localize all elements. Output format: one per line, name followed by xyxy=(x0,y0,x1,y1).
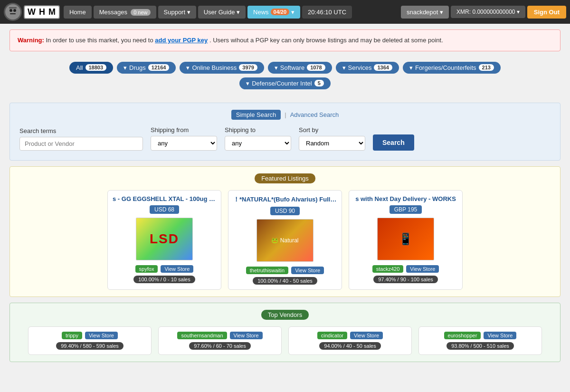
svg-point-2 xyxy=(13,9,16,12)
search-tabs: Simple Search | Advanced Search xyxy=(19,110,551,120)
cat-drugs-button[interactable]: ▾ Drugs 12164 xyxy=(117,62,176,74)
user-guide-button[interactable]: User Guide ▾ xyxy=(198,6,246,19)
logo-area: W H M xyxy=(4,3,60,21)
bufo-image: 🐸 Natural xyxy=(257,219,313,262)
advanced-search-tab[interactable]: Advanced Search xyxy=(290,111,339,118)
simple-search-tab[interactable]: Simple Search xyxy=(231,110,281,120)
support-button[interactable]: Support ▾ xyxy=(158,6,196,19)
vendor-row: thetruthiswaitin View Store xyxy=(233,267,337,274)
logo-text: W H M xyxy=(24,5,60,19)
listing-image: 🐸 Natural xyxy=(256,219,314,262)
cat-forgeries-button[interactable]: ▾ Forgeries/Counterfeits 213 xyxy=(403,62,501,74)
cat-services-button[interactable]: ▾ Services 1364 xyxy=(336,62,399,74)
warning-text: Warning: xyxy=(18,37,44,44)
search-input[interactable] xyxy=(19,137,143,151)
search-fields: Search terms Shipping from any Shipping … xyxy=(19,126,551,151)
vendor-row: stackz420 View Store xyxy=(354,265,457,273)
view-store-button[interactable]: View Store xyxy=(406,265,439,273)
shipping-from-group: Shipping from any xyxy=(151,126,217,151)
warning-banner: Warning: In order to use this market, yo… xyxy=(10,29,560,51)
svg-rect-4 xyxy=(9,7,17,9)
vendor-name: trippy xyxy=(62,332,82,339)
vendor-name: thetruthiswaitin xyxy=(246,267,288,274)
search-section: Simple Search | Advanced Search Search t… xyxy=(10,103,560,161)
vendor-name: southernsandman xyxy=(177,332,227,339)
vendor-stats: 99.40% / 580 - 590 sales xyxy=(56,342,124,350)
vendor-stats: 93.80% / 500 - 510 sales xyxy=(446,342,514,350)
signout-button[interactable]: Sign Out xyxy=(527,6,566,19)
listing-price: USD 68 xyxy=(150,205,179,214)
shipping-from-select[interactable]: any xyxy=(151,136,217,151)
warning-suffix: . Users wihout a PGP key can only browse… xyxy=(209,37,443,44)
view-store-button[interactable]: View Store xyxy=(291,267,324,274)
shipping-to-select[interactable]: any xyxy=(225,136,291,151)
view-store-button[interactable]: View Store xyxy=(161,265,193,273)
logo-icon xyxy=(4,3,22,21)
top-vendors-section: Top Vendors trippy View Store 99.40% / 5… xyxy=(10,303,560,362)
view-store-button[interactable]: View Store xyxy=(350,332,383,339)
news-button[interactable]: News 04/20 ▾ xyxy=(247,6,300,19)
messages-button[interactable]: Messages 0 new xyxy=(94,6,156,19)
listing-stats: 100.00% / 0 - 10 sales xyxy=(133,276,195,283)
category-row-1: All 18803 ▾ Drugs 12164 ▾ Online Busines… xyxy=(10,62,560,74)
sort-by-label: Sort by xyxy=(299,126,365,134)
listing-price: GBP 195 xyxy=(390,205,422,214)
vendor-card: cindicator View Store 94.00% / 40 - 50 s… xyxy=(288,326,412,355)
user-menu-button[interactable]: snackdepot ▾ xyxy=(401,6,449,19)
svg-rect-3 xyxy=(10,13,16,14)
listing-stats: 97.40% / 90 - 100 sales xyxy=(373,276,438,283)
vendors-row: trippy View Store 99.40% / 580 - 590 sal… xyxy=(17,326,553,355)
vendors-title-row: Top Vendors xyxy=(17,310,553,320)
featured-title-row: Featured Listings xyxy=(17,173,553,183)
view-store-button[interactable]: View Store xyxy=(230,332,263,339)
vendor-card: trippy View Store 99.40% / 580 - 590 sal… xyxy=(28,326,152,355)
listing-title: ！*NATURAL*(Bufo Alvarius) Full sp xyxy=(233,195,337,204)
time-display: 20:46:10 UTC xyxy=(302,6,352,19)
pgp-key-link[interactable]: add your PGP key xyxy=(155,37,208,44)
view-store-button[interactable]: View Store xyxy=(85,332,118,339)
listing-image: 📱 xyxy=(377,218,434,260)
listing-title: s - GG EGGSHELL XTAL - 100ug Do xyxy=(113,195,216,202)
search-button[interactable]: Search xyxy=(373,134,414,151)
cat-defense-button[interactable]: ▾ Defense/Counter Intel 5 xyxy=(239,77,331,89)
home-button[interactable]: Home xyxy=(64,6,92,19)
listing-card: s - GG EGGSHELL XTAL - 100ug Do USD 68 L… xyxy=(107,190,221,290)
shipping-to-group: Shipping to any xyxy=(225,126,291,151)
view-store-button[interactable]: View Store xyxy=(484,332,516,339)
search-terms-group: Search terms xyxy=(19,127,143,151)
shipping-to-label: Shipping to xyxy=(225,126,291,134)
cat-all-button[interactable]: All 18803 xyxy=(69,62,113,74)
phone-image: 📱 xyxy=(378,218,434,260)
lsd-image: LSD xyxy=(136,218,192,260)
cat-software-button[interactable]: ▾ Software 1078 xyxy=(268,62,332,74)
sort-select[interactable]: Random xyxy=(299,136,365,151)
featured-badge: Featured Listings xyxy=(255,173,315,183)
shipping-from-label: Shipping from xyxy=(151,126,217,134)
svg-point-0 xyxy=(5,4,20,19)
cat-online-business-button[interactable]: ▾ Online Business 3979 xyxy=(180,62,264,74)
xmr-button[interactable]: XMR: 0.000000000000 ▾ xyxy=(451,6,525,18)
vendor-name-row: trippy View Store xyxy=(35,332,144,339)
listing-card: ！*NATURAL*(Bufo Alvarius) Full sp USD 90… xyxy=(228,190,342,290)
category-section: All 18803 ▾ Drugs 12164 ▾ Online Busines… xyxy=(0,57,570,98)
vendor-card: euroshopper View Store 93.80% / 500 - 51… xyxy=(418,326,542,355)
listings-row: s - GG EGGSHELL XTAL - 100ug Do USD 68 L… xyxy=(17,190,553,290)
svg-point-1 xyxy=(10,9,12,12)
vendor-name: stackz420 xyxy=(372,265,404,273)
vendor-name-row: euroshopper View Store xyxy=(426,332,535,339)
vendor-name: euroshopper xyxy=(444,332,481,339)
category-row-2: ▾ Defense/Counter Intel 5 xyxy=(10,77,560,89)
sort-by-group: Sort by Random xyxy=(299,126,365,151)
vendor-name: spyfox xyxy=(135,265,158,273)
vendor-name-row: cindicator View Store xyxy=(295,332,405,339)
vendor-stats: 97.60% / 60 - 70 sales xyxy=(189,342,250,350)
featured-listings-section: Featured Listings s - GG EGGSHELL XTAL -… xyxy=(10,166,560,297)
vendor-stats: 94.00% / 40 - 50 sales xyxy=(319,342,380,350)
navbar: W H M Home Messages 0 new Support ▾ User… xyxy=(0,0,570,24)
listing-card: s with Next Day Delivery - WORKS GBP 195… xyxy=(349,190,463,290)
listing-image: LSD xyxy=(136,218,193,260)
listing-title: s with Next Day Delivery - WORKS xyxy=(354,195,457,202)
vendor-name: cindicator xyxy=(317,332,347,339)
search-terms-label: Search terms xyxy=(19,127,143,134)
listing-stats: 100.00% / 40 - 50 sales xyxy=(253,277,317,285)
